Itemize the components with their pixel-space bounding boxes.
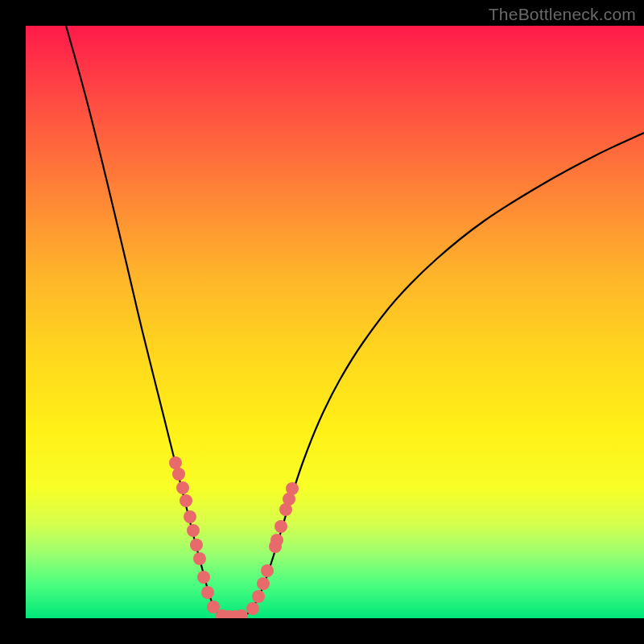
data-dot — [169, 456, 182, 469]
data-dot — [184, 510, 196, 523]
curve-right — [229, 133, 644, 617]
curve-svg — [26, 26, 644, 618]
data-dot — [180, 494, 192, 507]
data-dot — [246, 602, 259, 615]
plot-area — [26, 26, 644, 618]
watermark-text: TheBottleneck.com — [489, 5, 636, 24]
data-dots — [169, 456, 299, 618]
data-dot — [270, 534, 283, 547]
data-dot — [286, 482, 299, 495]
data-dot — [261, 564, 274, 577]
data-dot — [252, 590, 265, 603]
data-dot — [193, 552, 206, 565]
data-dot — [201, 586, 214, 599]
data-dot — [187, 524, 200, 537]
data-dot — [257, 577, 270, 590]
chart-frame: TheBottleneck.com — [0, 0, 644, 644]
data-dot — [190, 539, 203, 551]
data-dot — [275, 520, 287, 533]
data-dot — [176, 481, 189, 494]
data-dot — [197, 571, 210, 584]
curve-left — [66, 26, 229, 617]
data-dot — [172, 468, 185, 481]
